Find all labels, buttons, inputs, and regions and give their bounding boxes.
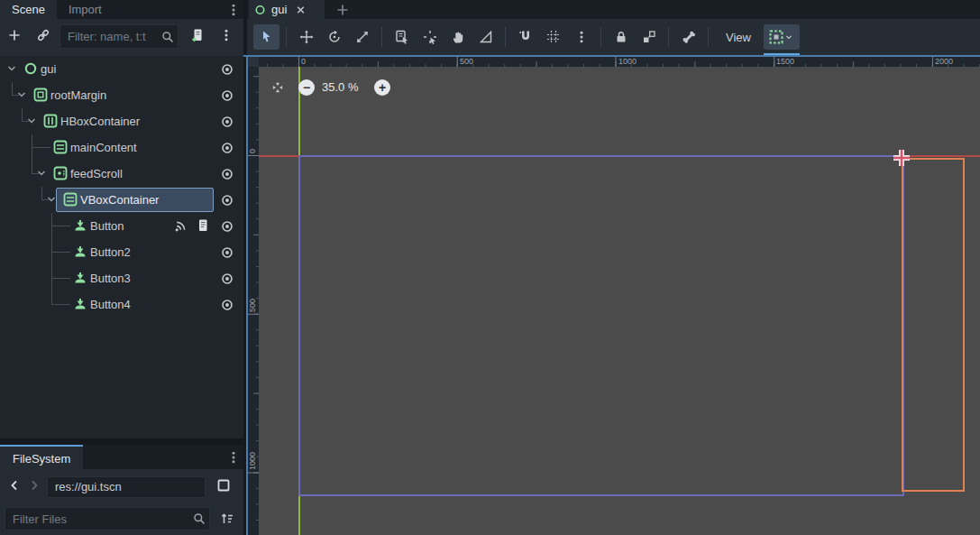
tree-node-gui[interactable]: gui	[0, 56, 243, 82]
node-label: gui	[41, 56, 56, 82]
select-tool-button[interactable]	[253, 24, 279, 50]
visibility-toggle-button[interactable]	[219, 271, 234, 286]
snap-options-menu-button[interactable]	[568, 24, 594, 50]
view-menu-button[interactable]: View	[715, 24, 762, 50]
visibility-toggle-button[interactable]	[219, 218, 234, 234]
node-label: rootMargin	[50, 82, 106, 108]
expand-chevron-icon[interactable]	[44, 192, 59, 207]
tab-filesystem[interactable]: FileSystem	[0, 445, 83, 469]
rotate-tool-button[interactable]	[321, 24, 347, 50]
tree-node-VBoxContainer[interactable]: VBoxContainer	[0, 187, 243, 213]
zoom-in-button[interactable]: +	[374, 79, 390, 96]
script-badge-icon[interactable]	[196, 218, 210, 233]
node-label: VBoxContainer	[80, 187, 159, 213]
expand-chevron-icon[interactable]	[24, 114, 39, 128]
center-view-button[interactable]	[270, 79, 286, 96]
anchor-icon	[769, 30, 783, 44]
instance-scene-button[interactable]	[32, 24, 54, 46]
tab-scene-gui[interactable]: gui	[249, 0, 325, 19]
left-dock: SceneImport guirootMarginHBoxContainerma…	[0, 0, 243, 535]
scale-tool-button[interactable]	[349, 24, 375, 50]
move-tool-button[interactable]	[293, 24, 319, 50]
main-editor-area: gui View 0500100015002000 05001000 − 35.…	[243, 0, 980, 535]
anchor-preset-menu-button[interactable]	[764, 24, 800, 50]
pan-tool-button[interactable]	[444, 24, 471, 50]
tree-node-Button3[interactable]: Button3	[0, 265, 243, 291]
ruler-label: 1000	[618, 57, 637, 66]
scene-dock-menu-button[interactable]	[215, 24, 237, 46]
zoom-out-button[interactable]: −	[298, 79, 315, 96]
visibility-toggle-button[interactable]	[219, 244, 234, 260]
node-label: Button4	[90, 291, 131, 318]
fs-filter-input[interactable]	[5, 507, 210, 530]
tree-guide-line	[51, 226, 70, 226]
zoom-percentage[interactable]: 35.0 %	[322, 80, 358, 94]
fs-sort-button[interactable]	[216, 508, 238, 530]
move-icon	[299, 30, 314, 44]
attach-script-button[interactable]	[187, 24, 208, 46]
tree-node-Button4[interactable]: Button4	[0, 291, 243, 318]
visibility-toggle-button[interactable]	[219, 166, 234, 181]
tree-node-Button2[interactable]: Button2	[0, 239, 243, 265]
selected-node-bounds[interactable]	[902, 158, 965, 492]
ruler-label: 0	[301, 57, 306, 66]
button-node-icon	[73, 244, 87, 259]
toolbar-separator	[505, 27, 506, 47]
horizontal-ruler[interactable]: 0500100015002000	[259, 57, 980, 67]
grid-snap-toggle-button[interactable]	[540, 24, 566, 50]
dock-tab-import[interactable]: Import	[57, 0, 114, 19]
margin-node-icon	[33, 88, 48, 102]
close-icon[interactable]	[294, 3, 307, 16]
tree-node-mainContent[interactable]: mainContent	[0, 134, 243, 161]
tree-node-rootMargin[interactable]: rootMargin	[0, 82, 243, 108]
pivot-tool-button[interactable]	[417, 24, 443, 50]
fs-toggle-split-button[interactable]	[213, 475, 234, 496]
canvas-2d[interactable]: − 35.0 % +	[259, 67, 980, 535]
group-button-button[interactable]	[636, 24, 662, 50]
dock-tab-scene[interactable]: Scene	[0, 0, 57, 19]
tree-node-Button[interactable]: Button	[0, 213, 243, 239]
expand-chevron-icon[interactable]	[14, 88, 29, 102]
toolbar-separator	[286, 27, 287, 47]
lock-icon	[614, 30, 628, 44]
skeleton-options-menu-button[interactable]	[675, 24, 701, 50]
pivot-crosshair[interactable]	[892, 148, 911, 168]
visibility-toggle-button[interactable]	[219, 61, 234, 77]
visibility-toggle-button[interactable]	[219, 88, 234, 103]
tree-guide-line	[51, 278, 70, 279]
tree-guide-line	[51, 252, 70, 253]
search-icon	[160, 30, 175, 44]
magnet-icon	[518, 30, 533, 44]
fs-current-path[interactable]: res://gui.tscn	[47, 476, 206, 498]
new-scene-tab-button[interactable]	[334, 1, 351, 18]
node-label: Button2	[90, 239, 131, 265]
visibility-toggle-button[interactable]	[219, 297, 234, 312]
smart-snap-toggle-button[interactable]	[512, 24, 538, 50]
signal-badge-icon[interactable]	[174, 218, 188, 233]
tree-guide-line	[12, 82, 13, 96]
tree-node-feedScroll[interactable]: feedScroll	[0, 161, 243, 187]
hbox-node-icon	[43, 114, 58, 128]
filesystem-menu-icon[interactable]	[225, 449, 242, 466]
dock-tab-bar: SceneImport	[0, 0, 243, 19]
button-node-icon	[73, 297, 87, 311]
view-menu-label: View	[720, 31, 756, 44]
dots-icon	[574, 30, 589, 44]
expand-chevron-icon[interactable]	[5, 61, 19, 76]
lock-button-button[interactable]	[608, 24, 634, 50]
list-select-tool-button[interactable]	[389, 24, 415, 50]
expand-chevron-icon[interactable]	[34, 166, 49, 180]
visibility-toggle-button[interactable]	[219, 140, 234, 155]
fs-back-button[interactable]	[4, 475, 25, 496]
visibility-toggle-button[interactable]	[219, 192, 234, 208]
dock-tabs-menu-icon[interactable]	[225, 2, 242, 18]
fs-forward-button[interactable]	[23, 475, 45, 496]
scene-tab-strip: gui	[247, 0, 980, 19]
dock-splitter[interactable]	[0, 438, 243, 445]
scroll-node-icon	[53, 166, 68, 180]
add-node-button[interactable]	[4, 24, 25, 46]
ruler-tool-button[interactable]	[472, 24, 499, 50]
vertical-ruler[interactable]: 05001000	[248, 67, 259, 535]
visibility-toggle-button[interactable]	[219, 114, 234, 129]
tree-node-HBoxContainer[interactable]: HBoxContainer	[0, 108, 243, 134]
